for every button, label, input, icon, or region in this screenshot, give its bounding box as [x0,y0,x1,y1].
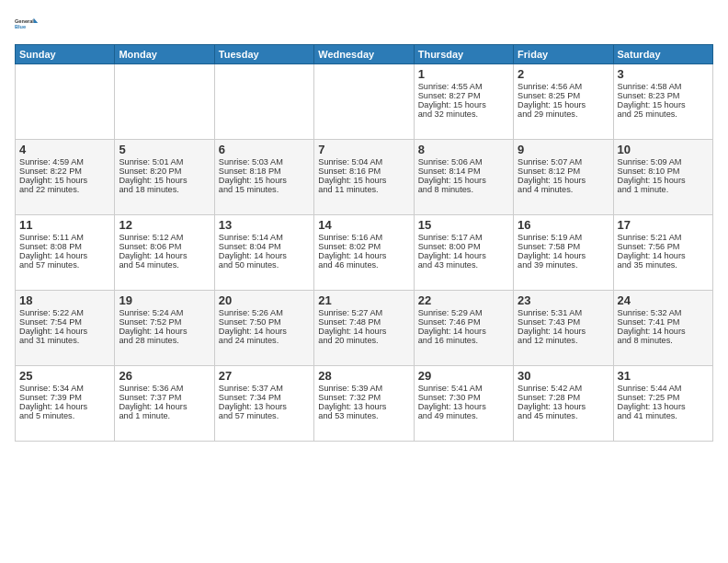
day-cell: 2Sunrise: 4:56 AMSunset: 8:25 PMDaylight… [514,64,613,140]
day-cell: 23Sunrise: 5:31 AMSunset: 7:43 PMDayligh… [514,291,613,366]
day-info: Sunrise: 5:44 AM [618,384,709,393]
day-cell: 1Sunrise: 4:55 AMSunset: 8:27 PMDaylight… [414,64,513,140]
day-info: and 24 minutes. [219,336,310,345]
day-info: Daylight: 14 hours [19,402,110,411]
day-cell: 29Sunrise: 5:41 AMSunset: 7:30 PMDayligh… [414,366,513,442]
svg-text:General: General [15,18,34,24]
day-info: and 1 minute. [618,185,709,194]
week-row-2: 4Sunrise: 4:59 AMSunset: 8:22 PMDaylight… [16,140,713,215]
day-number: 25 [19,369,110,383]
day-info: Sunrise: 5:06 AM [418,157,509,167]
day-info: Daylight: 14 hours [518,327,609,336]
day-info: Sunrise: 5:17 AM [418,233,509,242]
day-info: Sunset: 8:23 PM [618,91,709,100]
day-cell: 19Sunrise: 5:24 AMSunset: 7:52 PMDayligh… [115,291,214,366]
day-number: 22 [418,293,509,307]
day-info: Sunset: 8:22 PM [19,167,110,176]
week-row-5: 25Sunrise: 5:34 AMSunset: 7:39 PMDayligh… [16,366,713,442]
day-header-wednesday: Wednesday [314,45,414,64]
day-cell: 18Sunrise: 5:22 AMSunset: 7:54 PMDayligh… [16,291,115,366]
day-info: Sunset: 7:58 PM [518,242,609,251]
day-info: and 35 minutes. [618,260,709,270]
day-info: and 25 minutes. [618,109,709,119]
day-info: Daylight: 15 hours [518,176,609,185]
day-info: and 12 minutes. [518,336,609,345]
day-info: Sunrise: 5:03 AM [219,157,310,167]
day-info: Sunrise: 5:32 AM [618,308,709,317]
day-number: 3 [618,67,709,81]
day-cell: 12Sunrise: 5:12 AMSunset: 8:06 PMDayligh… [115,215,214,291]
day-info: and 15 minutes. [219,185,310,194]
day-info: Sunrise: 5:21 AM [618,233,709,242]
day-cell [214,64,313,140]
day-cell: 8Sunrise: 5:06 AMSunset: 8:14 PMDaylight… [414,140,513,215]
day-number: 15 [418,218,509,232]
day-info: Daylight: 15 hours [219,176,310,185]
day-info: Daylight: 15 hours [618,100,709,109]
day-info: Daylight: 14 hours [618,251,709,260]
day-info: Daylight: 15 hours [518,100,609,109]
day-cell: 9Sunrise: 5:07 AMSunset: 8:12 PMDaylight… [514,140,613,215]
day-info: Sunset: 8:08 PM [19,242,110,251]
day-number: 21 [318,293,409,307]
logo: GeneralBlue [15,11,40,37]
day-info: Daylight: 14 hours [219,251,310,260]
day-cell: 31Sunrise: 5:44 AMSunset: 7:25 PMDayligh… [613,366,712,442]
week-row-1: 1Sunrise: 4:55 AMSunset: 8:27 PMDaylight… [16,64,713,140]
day-header-tuesday: Tuesday [214,45,313,64]
day-info: Sunset: 8:14 PM [418,167,509,176]
day-info: Sunrise: 4:58 AM [618,82,709,91]
day-info: Sunset: 8:18 PM [219,167,310,176]
day-info: and 16 minutes. [418,336,509,345]
day-number: 10 [618,143,709,156]
day-info: Daylight: 14 hours [119,251,210,260]
day-info: and 20 minutes. [318,336,409,345]
day-info: and 4 minutes. [518,185,609,194]
day-cell: 6Sunrise: 5:03 AMSunset: 8:18 PMDaylight… [214,140,313,215]
day-info: Daylight: 14 hours [618,327,709,336]
day-info: Sunset: 7:48 PM [318,317,409,327]
day-info: Sunrise: 5:37 AM [219,384,310,393]
day-info: Sunrise: 5:12 AM [119,233,210,242]
svg-text:Blue: Blue [15,24,26,29]
day-cell: 20Sunrise: 5:26 AMSunset: 7:50 PMDayligh… [214,291,313,366]
day-cell: 4Sunrise: 4:59 AMSunset: 8:22 PMDaylight… [16,140,115,215]
day-info: Sunrise: 5:11 AM [19,233,110,242]
week-row-4: 18Sunrise: 5:22 AMSunset: 7:54 PMDayligh… [16,291,713,366]
page: GeneralBlue SundayMondayTuesdayWednesday… [0,0,728,563]
day-info: Sunset: 8:25 PM [518,91,609,100]
day-info: and 57 minutes. [19,260,110,270]
day-number: 16 [518,218,609,232]
day-info: Sunrise: 5:09 AM [618,157,709,167]
day-number: 12 [119,218,210,232]
day-info: Sunrise: 5:27 AM [318,308,409,317]
day-info: Sunset: 7:39 PM [19,393,110,402]
day-number: 24 [618,293,709,307]
day-info: and 28 minutes. [119,336,210,345]
day-number: 5 [119,143,210,156]
day-info: Sunset: 7:37 PM [119,393,210,402]
day-info: Sunrise: 4:56 AM [518,82,609,91]
day-number: 13 [219,218,310,232]
day-number: 9 [518,143,609,156]
day-cell: 22Sunrise: 5:29 AMSunset: 7:46 PMDayligh… [414,291,513,366]
day-info: Sunset: 8:00 PM [418,242,509,251]
day-info: Sunrise: 5:36 AM [119,384,210,393]
day-number: 30 [518,369,609,383]
day-number: 23 [518,293,609,307]
header: GeneralBlue [15,11,713,37]
day-info: and 5 minutes. [19,411,110,420]
day-info: Sunset: 7:46 PM [418,317,509,327]
day-info: Daylight: 13 hours [518,402,609,411]
day-cell: 15Sunrise: 5:17 AMSunset: 8:00 PMDayligh… [414,215,513,291]
day-header-sunday: Sunday [16,45,115,64]
day-cell: 16Sunrise: 5:19 AMSunset: 7:58 PMDayligh… [514,215,613,291]
day-cell: 11Sunrise: 5:11 AMSunset: 8:08 PMDayligh… [16,215,115,291]
day-info: Sunset: 7:54 PM [19,317,110,327]
day-info: and 41 minutes. [618,411,709,420]
day-info: and 45 minutes. [518,411,609,420]
day-info: and 8 minutes. [418,185,509,194]
day-cell: 25Sunrise: 5:34 AMSunset: 7:39 PMDayligh… [16,366,115,442]
day-info: and 32 minutes. [418,109,509,119]
day-cell: 13Sunrise: 5:14 AMSunset: 8:04 PMDayligh… [214,215,313,291]
